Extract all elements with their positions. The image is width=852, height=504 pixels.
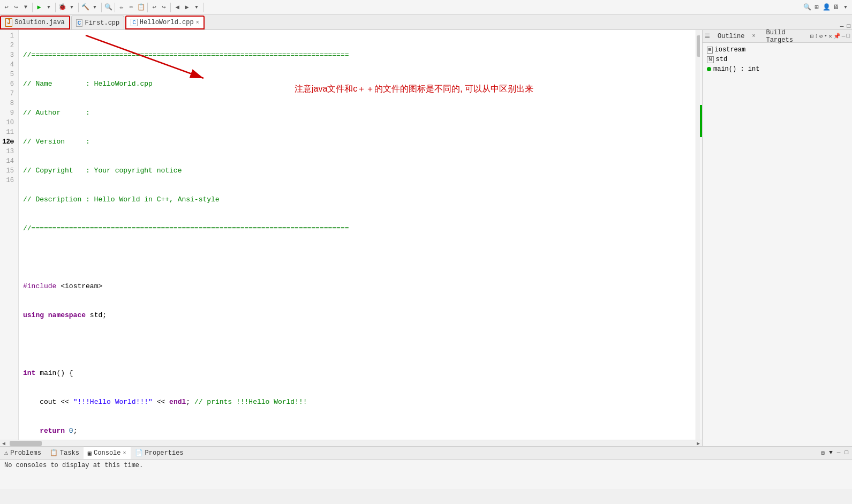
line-num: 15: [0, 166, 16, 176]
outline-minimize-icon[interactable]: —: [842, 33, 846, 40]
outline-sort-icon[interactable]: ↕: [815, 33, 818, 40]
main-layout: 1 2 3 4 5 6 7 8 9 10 11 12⊕ 13 14 15 16 …: [0, 30, 852, 446]
toolbar-right-arrow-icon[interactable]: ▼: [841, 3, 850, 12]
minimap-mark: [700, 105, 702, 137]
line-numbers: 1 2 3 4 5 6 7 8 9 10 11 12⊕ 13 14 15 16: [0, 30, 19, 440]
tab-problems[interactable]: ⚠ Problems: [0, 447, 46, 459]
toolbar-right-search-icon[interactable]: 🔍: [803, 3, 811, 12]
line-num: 10: [0, 118, 16, 127]
toolbar-back-icon[interactable]: ↩: [2, 3, 11, 12]
toolbar-arrow-icon[interactable]: ▼: [192, 3, 201, 12]
toolbar-cut-icon[interactable]: ✂: [127, 3, 135, 12]
build-targets-label[interactable]: Build Targets: [766, 29, 810, 44]
toolbar-search-icon[interactable]: 🔍: [104, 3, 112, 12]
toolbar-right-user-icon[interactable]: 👤: [822, 3, 831, 12]
outline-item-main[interactable]: main() : int: [705, 64, 850, 74]
tab-close-button[interactable]: ×: [196, 20, 199, 26]
tab-solution-java[interactable]: J Solution.java: [0, 16, 70, 29]
tab-first-cpp[interactable]: C First.cpp: [71, 16, 124, 29]
toolbar-copy-icon[interactable]: 📋: [137, 3, 145, 12]
bottom-minimize-btn[interactable]: —: [835, 449, 842, 456]
code-line-7: //======================================…: [23, 224, 696, 234]
outline-toolbar: ⊟ ↕ ⊘ • ✕ 📌 — □: [810, 33, 850, 40]
console-tab-close[interactable]: ×: [123, 450, 126, 456]
toolbar-build-icon[interactable]: 🔨: [81, 3, 89, 12]
editor-content: 1 2 3 4 5 6 7 8 9 10 11 12⊕ 13 14 15 16 …: [0, 30, 702, 440]
outline-filter-icon[interactable]: ⊘: [819, 33, 823, 40]
toolbar-sep-6: [147, 3, 148, 12]
editor-maximize-btn[interactable]: □: [845, 23, 852, 29]
toolbar-debug-arrow-icon[interactable]: ▼: [67, 3, 76, 12]
tab-helloworld-cpp[interactable]: C HelloWorld.cpp ×: [125, 16, 204, 29]
code-line-9: #include <iostream>: [23, 282, 696, 291]
properties-label: Properties: [145, 449, 184, 457]
outline-tab-bar: ☰ Outline × Build Targets ⊟ ↕ ⊘ • ✕ 📌 — …: [703, 30, 852, 43]
scroll-left-arrow[interactable]: ◀: [0, 440, 7, 447]
bottom-maximize-btn[interactable]: □: [843, 449, 850, 456]
outline-item-std[interactable]: N std: [705, 55, 850, 64]
tab-console[interactable]: ▣ Console ×: [84, 447, 131, 459]
cpp-file-icon-first: C: [76, 19, 83, 27]
code-editor[interactable]: //======================================…: [19, 30, 696, 440]
tab-first-cpp-label: First.cpp: [85, 19, 119, 27]
code-line-6: // Description : Hello World in C++, Ans…: [23, 195, 696, 205]
toolbar-sep-4: [101, 3, 102, 12]
outline-settings-icon[interactable]: ✕: [828, 33, 832, 40]
toolbar-right-monitor-icon[interactable]: 🖥: [832, 3, 840, 12]
outline-content: ≡ iostream N std main() : int: [703, 43, 852, 446]
bottom-open-console-btn[interactable]: ⊞: [820, 449, 827, 456]
line-num: 11: [0, 127, 16, 137]
scroll-right-arrow[interactable]: ▶: [695, 440, 702, 447]
outline-item-iostream[interactable]: ≡ iostream: [705, 45, 850, 55]
bottom-panel-controls: ⊞ ▼ — □: [820, 449, 852, 456]
toolbar-next-icon[interactable]: ▶: [183, 3, 191, 12]
outline-icon: ☰: [705, 33, 710, 40]
outline-std-label: std: [716, 56, 728, 63]
minimap-bar: [700, 30, 702, 440]
toolbar-prev-icon[interactable]: ◀: [173, 3, 182, 12]
toolbar-run-icon[interactable]: ▶: [35, 3, 43, 12]
outline-collapse-icon[interactable]: ⊟: [810, 33, 814, 40]
properties-icon: 📄: [135, 449, 143, 457]
outline-tab-label[interactable]: Outline: [714, 33, 748, 40]
iostream-include-icon: ≡: [707, 47, 713, 54]
bottom-arrow-btn[interactable]: ▼: [827, 449, 834, 456]
main-function-dot: [707, 67, 711, 71]
toolbar-sep-2: [55, 3, 56, 12]
toolbar-sep-1: [32, 3, 33, 12]
outline-pin-icon[interactable]: 📌: [833, 33, 841, 40]
toolbar-fwd-icon[interactable]: ↪: [12, 3, 20, 12]
outline-maximize-icon[interactable]: □: [846, 33, 850, 40]
code-line-13: cout << "!!!Hello World!!!" << endl; // …: [23, 397, 696, 407]
toolbar-pencil-icon[interactable]: ✏: [117, 3, 126, 12]
bottom-tab-bar: ⚠ Problems 📋 Tasks ▣ Console × 📄 Propert…: [0, 447, 852, 460]
tab-properties[interactable]: 📄 Properties: [131, 447, 188, 459]
toolbar-build-arrow-icon[interactable]: ▼: [91, 3, 99, 12]
tab-tasks[interactable]: 📋 Tasks: [46, 447, 84, 459]
toolbar-sep-5: [115, 3, 115, 12]
horizontal-scrollbar[interactable]: ◀ ▶: [0, 440, 702, 446]
console-icon: ▣: [88, 449, 92, 457]
code-line-2: // Name : HelloWorld.cpp: [23, 79, 696, 89]
code-line-14: return 0;: [23, 426, 696, 436]
code-line-4: // Version :: [23, 137, 696, 147]
line-num: 4: [0, 60, 16, 70]
toolbar-refresh-icon[interactable]: ▼: [21, 3, 30, 12]
outline-tab-close[interactable]: ×: [752, 33, 755, 39]
toolbar-undo-icon[interactable]: ↩: [150, 3, 159, 12]
toolbar-redo-icon[interactable]: ↪: [160, 3, 168, 12]
editor-minimize-btn[interactable]: —: [839, 23, 846, 29]
line-num: 12⊕: [0, 137, 16, 147]
toolbar-debug-icon[interactable]: 🐞: [58, 3, 66, 12]
toolbar-run-arrow-icon[interactable]: ▼: [44, 3, 53, 12]
line-num: 3: [0, 50, 16, 60]
vertical-scrollbar[interactable]: [696, 30, 702, 440]
code-line-12: int main() {: [23, 368, 696, 378]
line-num: 9: [0, 108, 16, 118]
code-line-1: //======================================…: [23, 50, 696, 60]
console-label: Console: [94, 449, 120, 457]
toolbar-right-grid-icon[interactable]: ⊞: [812, 3, 821, 12]
h-scrollbar-thumb[interactable]: [10, 441, 42, 446]
outline-dot-icon[interactable]: •: [824, 33, 828, 40]
java-file-icon: J: [5, 18, 12, 27]
